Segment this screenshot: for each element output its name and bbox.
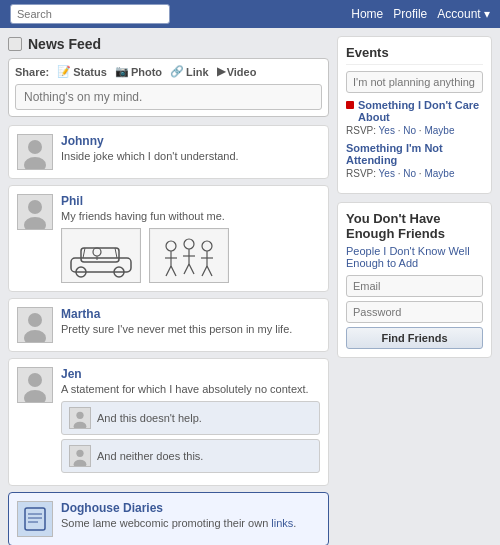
feed-content-johnny: Johnny Inside joke which I don't underst…: [61, 134, 320, 170]
feed-name-martha[interactable]: Martha: [61, 307, 320, 321]
event-1-yes[interactable]: Yes: [379, 125, 395, 136]
share-bar: Share: 📝 Status 📷 Photo 🔗 Link ▶ Video: [8, 58, 329, 117]
tab-link[interactable]: 🔗 Link: [170, 65, 209, 78]
password-input[interactable]: [346, 301, 483, 323]
events-section: Events Something I Don't Care About RSVP…: [337, 36, 492, 194]
event-2-maybe[interactable]: Maybe: [424, 168, 454, 179]
event-1-dot: [346, 101, 354, 109]
tab-status[interactable]: 📝 Status: [57, 65, 107, 78]
svg-point-4: [28, 200, 42, 214]
nested-text-1: And this doesn't help.: [97, 412, 202, 424]
svg-point-1: [28, 140, 42, 154]
events-title: Events: [346, 45, 483, 65]
feed-image-car[interactable]: [61, 228, 141, 283]
feed-item-jen: Jen A statement for which I have absolut…: [8, 358, 329, 486]
feed-text-doghouse: Some lame webcomic promoting their own l…: [61, 517, 320, 529]
find-friends-button[interactable]: Find Friends: [346, 327, 483, 349]
video-icon: ▶: [217, 65, 225, 78]
feed-text-jen: A statement for which I have absolutely …: [61, 383, 320, 395]
share-tabs: Share: 📝 Status 📷 Photo 🔗 Link ▶ Video: [15, 65, 322, 78]
tab-photo[interactable]: 📷 Photo: [115, 65, 162, 78]
home-link[interactable]: Home: [351, 7, 383, 21]
friends-section: You Don't Have Enough Friends People I D…: [337, 202, 492, 358]
share-label: Share:: [15, 66, 49, 78]
feed-name-phil[interactable]: Phil: [61, 194, 320, 208]
search-area: [10, 4, 170, 24]
feed-item-phil: Phil My friends having fun without me.: [8, 185, 329, 292]
avatar-phil: [17, 194, 53, 230]
avatar-martha: [17, 307, 53, 343]
svg-point-35: [28, 373, 42, 387]
nested-item-1: And this doesn't help.: [61, 401, 320, 435]
nested-avatar-2: [69, 445, 91, 467]
share-input[interactable]: [15, 84, 322, 110]
search-input[interactable]: [10, 4, 170, 24]
event-1-no[interactable]: No: [403, 125, 416, 136]
event-2-no[interactable]: No: [403, 168, 416, 179]
feed-images-phil: [61, 228, 320, 283]
profile-link[interactable]: Profile: [393, 7, 427, 21]
svg-rect-43: [18, 502, 52, 536]
feed-name-johnny[interactable]: Johnny: [61, 134, 320, 148]
feed-content-doghouse: Doghouse Diaries Some lame webcomic prom…: [61, 501, 320, 537]
nested-avatar-1: [69, 407, 91, 429]
friends-title: You Don't Have Enough Friends: [346, 211, 483, 241]
friends-subtitle[interactable]: People I Don't Know Well Enough to Add: [346, 245, 483, 269]
feed-text-johnny: Inside joke which I don't understand.: [61, 150, 320, 162]
main-container: News Feed Share: 📝 Status 📷 Photo 🔗 Link: [0, 28, 500, 545]
svg-point-32: [28, 313, 42, 327]
status-icon: 📝: [57, 65, 71, 78]
tab-video[interactable]: ▶ Video: [217, 65, 257, 78]
feed-item-martha: Martha Pretty sure I've never met this p…: [8, 298, 329, 352]
event-2-yes[interactable]: Yes: [379, 168, 395, 179]
email-input[interactable]: [346, 275, 483, 297]
event-1-rsvp: RSVP: Yes · No · Maybe: [346, 125, 483, 136]
event-2-title[interactable]: Something I'm Not Attending: [346, 142, 483, 166]
event-item-1: Something I Don't Care About RSVP: Yes ·…: [346, 99, 483, 136]
svg-point-38: [76, 412, 83, 419]
feed-content-jen: Jen A statement for which I have absolut…: [61, 367, 320, 477]
photo-icon: 📷: [115, 65, 129, 78]
right-column: Events Something I Don't Care About RSVP…: [337, 36, 492, 545]
feed-column: News Feed Share: 📝 Status 📷 Photo 🔗 Link: [8, 36, 329, 545]
nested-item-2: And neither does this.: [61, 439, 320, 473]
feed-item-doghouse: Doghouse Diaries Some lame webcomic prom…: [8, 492, 329, 545]
nested-feed-jen: And this doesn't help. And neither does …: [61, 401, 320, 473]
feed-name-jen[interactable]: Jen: [61, 367, 320, 381]
account-link[interactable]: Account ▾: [437, 7, 490, 21]
nested-text-2: And neither does this.: [97, 450, 203, 462]
feed-checkbox-icon: [8, 37, 22, 51]
avatar-johnny: [17, 134, 53, 170]
events-search-input[interactable]: [346, 71, 483, 93]
feed-name-doghouse[interactable]: Doghouse Diaries: [61, 501, 320, 515]
feed-text-phil: My friends having fun without me.: [61, 210, 320, 222]
feed-text-martha: Pretty sure I've never met this person i…: [61, 323, 320, 335]
news-feed-header: News Feed: [8, 36, 329, 52]
top-nav: Home Profile Account ▾: [0, 0, 500, 28]
avatar-jen: [17, 367, 53, 403]
nav-links: Home Profile Account ▾: [351, 7, 490, 21]
event-1-title[interactable]: Something I Don't Care About: [346, 99, 483, 123]
feed-content-martha: Martha Pretty sure I've never met this p…: [61, 307, 320, 343]
event-2-rsvp: RSVP: Yes · No · Maybe: [346, 168, 483, 179]
feed-image-people[interactable]: [149, 228, 229, 283]
svg-rect-6: [63, 230, 139, 282]
avatar-doghouse: [17, 501, 53, 537]
doghouse-links[interactable]: links: [271, 517, 293, 529]
news-feed-title: News Feed: [28, 36, 101, 52]
event-1-maybe[interactable]: Maybe: [424, 125, 454, 136]
feed-item-johnny: Johnny Inside joke which I don't underst…: [8, 125, 329, 179]
link-icon: 🔗: [170, 65, 184, 78]
svg-point-41: [76, 450, 83, 457]
feed-content-phil: Phil My friends having fun without me.: [61, 194, 320, 283]
event-item-2: Something I'm Not Attending RSVP: Yes · …: [346, 142, 483, 179]
